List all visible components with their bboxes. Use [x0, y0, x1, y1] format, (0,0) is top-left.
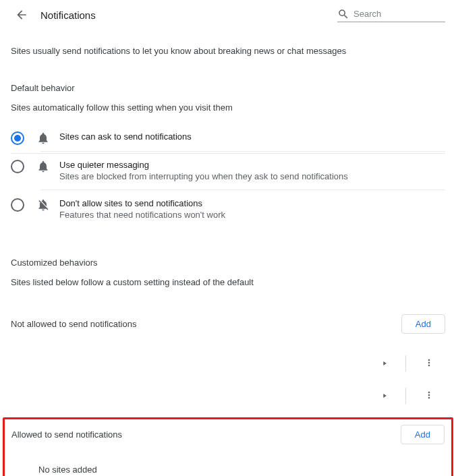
radio-button[interactable] — [11, 198, 24, 212]
customized-subtitle: Sites listed below follow a custom setti… — [11, 277, 445, 287]
bell-icon — [35, 160, 51, 173]
more-options-button[interactable] — [418, 384, 445, 408]
divider — [405, 388, 406, 404]
radio-label: Don't allow sites to send notifications — [59, 198, 445, 208]
customized-title: Customized behaviors — [11, 258, 445, 268]
default-behavior-title: Default behavior — [11, 83, 445, 93]
bell-off-icon — [35, 198, 51, 212]
more-vert-icon — [424, 390, 434, 400]
more-options-button[interactable] — [418, 352, 445, 376]
more-vert-icon — [424, 357, 434, 368]
site-row — [11, 347, 445, 380]
radio-option-quieter[interactable]: Use quieter messaging Sites are blocked … — [11, 152, 445, 189]
default-behavior-subtitle: Sites automatically follow this setting … — [11, 102, 445, 113]
divider — [405, 355, 406, 371]
site-row — [11, 380, 445, 412]
chevron-right-icon — [381, 360, 388, 367]
search-icon — [337, 8, 349, 20]
radio-label: Sites can ask to send notifications — [59, 131, 445, 142]
page-title: Notifications — [40, 9, 96, 21]
add-allowed-button[interactable]: Add — [401, 425, 445, 444]
radio-description: Sites are blocked from interrupting you … — [59, 171, 445, 181]
intro-text: Sites usually send notifications to let … — [11, 46, 445, 56]
add-not-allowed-button[interactable]: Add — [401, 314, 445, 334]
search-input[interactable] — [353, 9, 434, 19]
allowed-section-highlight: Allowed to send notifications Add No sit… — [3, 417, 453, 476]
expand-button[interactable] — [376, 353, 393, 374]
not-allowed-label: Not allowed to send notifications — [11, 319, 136, 329]
radio-option-ask[interactable]: Sites can ask to send notifications — [11, 123, 445, 153]
arrow-left-icon — [15, 8, 28, 22]
back-button[interactable] — [11, 4, 32, 26]
expand-button[interactable] — [376, 386, 393, 407]
radio-option-block[interactable]: Don't allow sites to send notifications … — [11, 190, 445, 228]
radio-label: Use quieter messaging — [59, 160, 445, 170]
search-box[interactable] — [337, 8, 445, 22]
no-sites-text: No sites added — [38, 465, 445, 475]
bell-icon — [35, 131, 51, 145]
radio-button[interactable] — [11, 131, 24, 145]
radio-button[interactable] — [11, 160, 24, 173]
chevron-right-icon — [381, 392, 388, 399]
allowed-label: Allowed to send notifications — [11, 429, 122, 440]
radio-description: Features that need notifications won't w… — [59, 210, 445, 220]
